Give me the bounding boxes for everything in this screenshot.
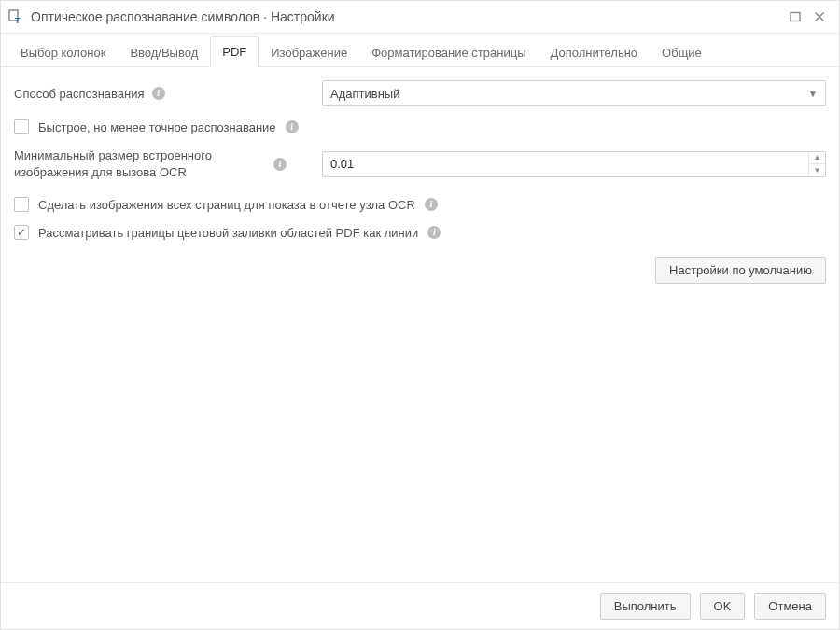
tab-advanced[interactable]: Дополнительно [539,37,651,67]
info-icon[interactable]: i [427,226,441,239]
fast-recognition-row: Быстрое, но менее точное распознавание i [14,119,826,134]
tab-content: Способ распознавания i Адаптивный ▼ Быст… [1,67,839,582]
window-title: Оптическое распознавание символов · Наст… [31,9,781,24]
make-all-pages-images-checkbox[interactable] [14,197,29,212]
app-icon: T [8,9,23,24]
make-all-pages-images-row: Сделать изображения всех страниц для пок… [14,197,826,212]
info-icon[interactable]: i [286,120,299,133]
tab-bar: Выбор колонок Ввод/Вывод PDF Изображение… [1,34,839,67]
tab-io[interactable]: Ввод/Вывод [118,37,210,67]
recognition-mode-label: Способ распознавания [14,87,145,101]
tab-columns[interactable]: Выбор колонок [8,37,118,67]
treat-fill-borders-label: Рассматривать границы цветовой заливки о… [38,226,418,240]
tab-page-format[interactable]: Форматирование страницы [359,37,538,67]
ok-button[interactable]: OK [700,593,746,620]
tab-pdf[interactable]: PDF [210,36,259,67]
info-icon[interactable]: i [273,158,287,171]
tab-general[interactable]: Общие [650,37,714,67]
maximize-icon[interactable] [785,7,805,27]
close-icon[interactable] [809,7,830,27]
dialog-footer: Выполнить OK Отмена [1,582,839,629]
chevron-down-icon: ▼ [808,89,818,99]
info-icon[interactable]: i [425,198,438,211]
fast-recognition-label: Быстрое, но менее точное распознавание [38,120,276,134]
recognition-mode-row: Способ распознавания i Адаптивный ▼ [14,80,826,106]
titlebar: T Оптическое распознавание символов · На… [1,1,839,34]
spinner-down-icon[interactable]: ▼ [809,164,825,176]
info-icon[interactable]: i [152,87,165,100]
defaults-button[interactable]: Настройки по умолчанию [655,257,826,284]
treat-fill-borders-checkbox[interactable] [14,225,29,240]
recognition-mode-select[interactable]: Адаптивный ▼ [322,80,826,106]
min-image-size-spinner[interactable]: 0.01 ▲ ▼ [322,151,826,177]
tab-image[interactable]: Изображение [259,37,359,67]
fast-recognition-checkbox[interactable] [14,119,29,134]
settings-dialog: T Оптическое распознавание символов · На… [0,0,840,630]
spinner-up-icon[interactable]: ▲ [809,152,825,164]
execute-button[interactable]: Выполнить [600,593,691,620]
min-image-size-value[interactable]: 0.01 [323,152,808,176]
cancel-button[interactable]: Отмена [754,593,826,620]
recognition-mode-value: Адаптивный [330,87,399,101]
svg-text:T: T [15,16,21,24]
make-all-pages-images-label: Сделать изображения всех страниц для пок… [38,198,415,212]
min-image-size-label: Минимальный размер встроенного изображен… [14,147,266,180]
treat-fill-borders-row: Рассматривать границы цветовой заливки о… [14,225,826,240]
svg-rect-2 [791,13,800,21]
min-image-size-row: Минимальный размер встроенного изображен… [14,147,826,180]
